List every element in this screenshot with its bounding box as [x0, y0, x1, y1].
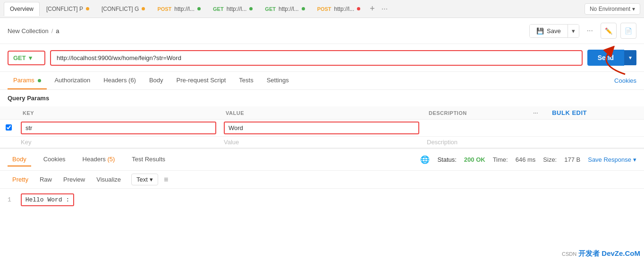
- res-tab-headers[interactable]: Headers (5): [78, 153, 120, 166]
- tab-dot-3: [197, 7, 201, 10]
- tab-overview[interactable]: Overview: [4, 2, 40, 16]
- tab-get-1-url: http://l...: [227, 6, 247, 12]
- save-button-group: 💾 Save ▾: [529, 24, 579, 38]
- tab-headers[interactable]: Headers (6): [98, 72, 142, 89]
- method-label-post-1: POST: [157, 6, 171, 12]
- status-value: 200 OK: [464, 156, 485, 163]
- environment-selector[interactable]: No Environment: [585, 3, 640, 15]
- tab-conflict-1[interactable]: [CONFLICT] P: [41, 2, 95, 16]
- tab-overview-label: Overview: [10, 6, 34, 12]
- row-checkbox[interactable]: [6, 124, 12, 131]
- cookies-link[interactable]: Cookies: [614, 77, 636, 84]
- bulk-edit-button[interactable]: Bulk Edit: [552, 109, 587, 116]
- tab-post-1[interactable]: POST http://l...: [152, 2, 206, 16]
- col-key: KEY: [17, 106, 220, 120]
- tab-pre-request-label: Pre-request Script: [177, 77, 226, 84]
- placeholder-desc[interactable]: Description: [423, 137, 527, 148]
- format-tab-visualize[interactable]: Visualize: [92, 174, 126, 185]
- format-chevron-icon: ▾: [150, 176, 153, 183]
- save-response-label: Save Response: [588, 156, 631, 163]
- tab-conflict-2-label: [CONFLICT] G: [102, 6, 139, 12]
- format-tab-raw[interactable]: Raw: [35, 174, 57, 185]
- tab-dot-1: [86, 7, 89, 10]
- col-bulk-edit[interactable]: Bulk Edit: [546, 106, 644, 120]
- tab-conflict-1-label: [CONFLICT] P: [46, 6, 83, 12]
- breadcrumb-actions: 💾 Save ▾ ··· ✏️ 📄: [529, 23, 636, 39]
- params-table: KEY VALUE DESCRIPTION ··· Bulk Edit: [0, 106, 644, 148]
- value-input[interactable]: [224, 122, 419, 134]
- document-icon: 📄: [625, 27, 632, 35]
- row-checkbox-cell[interactable]: [0, 120, 17, 137]
- res-tab-body[interactable]: Body: [8, 153, 31, 166]
- tab-tests[interactable]: Tests: [233, 72, 259, 89]
- save-button[interactable]: 💾 Save: [530, 25, 568, 37]
- tab-params[interactable]: Params: [8, 72, 47, 89]
- tab-get-1[interactable]: GET http://l...: [207, 2, 258, 16]
- breadcrumb-item: a: [56, 27, 59, 35]
- tab-conflict-2[interactable]: [CONFLICT] G: [96, 2, 151, 16]
- status-time-value: 646 ms: [516, 156, 536, 163]
- tab-body[interactable]: Body: [144, 72, 169, 89]
- res-tab-cookies[interactable]: Cookies: [39, 153, 70, 166]
- status-size-value: 177 B: [564, 156, 580, 163]
- breadcrumb-collection[interactable]: New Collection: [8, 27, 49, 35]
- tab-get-2[interactable]: GET http://l...: [259, 2, 310, 16]
- res-tab-cookies-label: Cookies: [43, 156, 66, 163]
- format-type-selector[interactable]: Text ▾: [131, 174, 158, 185]
- format-bar: Pretty Raw Preview Visualize Text ▾ ≡: [0, 171, 644, 189]
- row-value-cell[interactable]: [220, 120, 423, 137]
- col-description: DESCRIPTION: [423, 106, 527, 120]
- save-label: Save: [547, 27, 561, 35]
- globe-icon: 🌐: [420, 155, 430, 164]
- col-more: ···: [527, 106, 546, 120]
- tab-post-2-url: http://l...: [334, 6, 355, 12]
- response-bar: Body Cookies Headers (5) Test Results 🌐 …: [0, 148, 644, 171]
- tab-tests-label: Tests: [239, 77, 253, 84]
- breadcrumb-more-button[interactable]: ···: [583, 26, 597, 35]
- placeholder-value[interactable]: Value: [220, 137, 423, 148]
- tab-more-button[interactable]: ···: [379, 5, 390, 13]
- format-type-label: Text: [136, 176, 148, 183]
- url-bar: GET ▾ http://localhost:9900/wx/home/feig…: [0, 44, 644, 72]
- res-tab-test-results[interactable]: Test Results: [127, 153, 170, 166]
- format-tab-preview-label: Preview: [63, 176, 85, 183]
- edit-icon: ✏️: [605, 27, 612, 35]
- tab-get-2-url: http://l...: [279, 6, 299, 12]
- headers-badge: (5): [107, 156, 115, 163]
- tab-params-label: Params: [13, 77, 34, 84]
- method-label-get-1: GET: [213, 6, 224, 12]
- status-time-label: Time:: [493, 156, 508, 163]
- method-chevron-icon: ▾: [29, 54, 32, 61]
- params-dot: [38, 79, 41, 82]
- placeholder-key[interactable]: Key: [17, 137, 220, 148]
- save-dropdown-button[interactable]: ▾: [568, 25, 579, 37]
- row-key-cell[interactable]: [17, 120, 220, 137]
- format-tab-preview[interactable]: Preview: [59, 174, 90, 185]
- tab-post-1-url: http://l...: [174, 6, 195, 12]
- placeholder-checkbox: [0, 137, 17, 148]
- edit-button[interactable]: ✏️: [601, 23, 617, 39]
- tab-settings[interactable]: Settings: [261, 72, 295, 89]
- url-input[interactable]: http://localhost:9900/wx/home/feign?str=…: [50, 50, 583, 66]
- document-button[interactable]: 📄: [620, 23, 636, 39]
- code-area: 1 Hello Word :: [0, 189, 644, 217]
- save-response-chevron-icon: ▾: [633, 156, 636, 163]
- format-tab-pretty-label: Pretty: [12, 176, 28, 183]
- status-size-label: Size:: [543, 156, 557, 163]
- method-selector[interactable]: GET ▾: [8, 51, 45, 65]
- save-response-button[interactable]: Save Response ▾: [588, 156, 636, 163]
- res-tab-body-label: Body: [12, 156, 26, 163]
- tab-authorization[interactable]: Authorization: [49, 72, 96, 89]
- method-value: GET: [13, 54, 26, 61]
- query-params-title: Query Params: [0, 90, 644, 106]
- key-input[interactable]: [21, 122, 216, 134]
- format-tab-pretty[interactable]: Pretty: [8, 174, 33, 185]
- placeholder-row: Key Value Description: [0, 137, 644, 148]
- row-desc-cell[interactable]: [423, 120, 527, 137]
- tab-body-label: Body: [149, 77, 163, 84]
- tab-pre-request[interactable]: Pre-request Script: [171, 72, 232, 89]
- add-tab-button[interactable]: +: [367, 4, 378, 14]
- chevron-down-icon: [632, 6, 635, 12]
- word-wrap-icon[interactable]: ≡: [164, 175, 168, 184]
- tab-post-2[interactable]: POST http://l...: [312, 2, 366, 16]
